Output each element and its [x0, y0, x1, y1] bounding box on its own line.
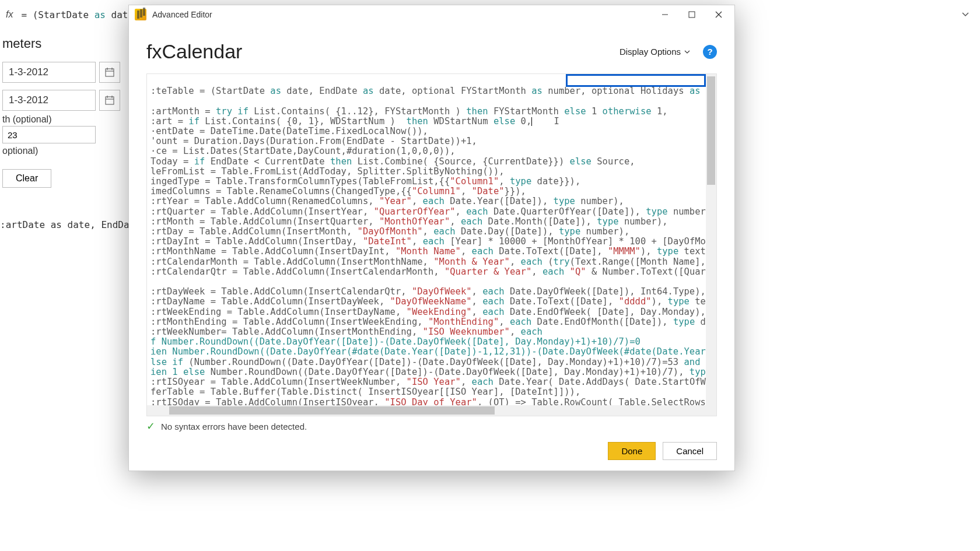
horizontal-scroll-thumb[interactable]: [169, 406, 495, 415]
fx-label: fx: [6, 9, 13, 20]
syntax-status: ✓ No syntax errors have been detected.: [129, 416, 734, 433]
calendar-icon: [105, 96, 114, 105]
display-options-label: Display Options: [620, 47, 681, 57]
svg-rect-0: [106, 69, 114, 76]
formula-bar: fx = (StartDate as date, En: [0, 5, 128, 24]
modal-header: fxCalendar Display Options ?: [129, 24, 734, 66]
chevron-down-icon: [684, 49, 690, 55]
code-editor[interactable]: :teTable = (StartDate as date, EndDate a…: [146, 73, 717, 416]
vertical-scroll-thumb[interactable]: [707, 76, 715, 185]
minimize-icon: [662, 11, 668, 18]
modal-footer: Done Cancel: [129, 434, 734, 471]
modal-title: fxCalendar: [146, 40, 620, 63]
start-date-picker-button[interactable]: [99, 62, 120, 83]
clear-button[interactable]: Clear: [2, 169, 51, 188]
check-icon: ✓: [146, 420, 155, 433]
help-button[interactable]: ?: [703, 45, 717, 59]
done-button[interactable]: Done: [608, 442, 656, 460]
background-panel: fx = (StartDate as date, En meters th (o…: [0, 0, 128, 551]
titlebar-text: Advanced Editor: [152, 10, 652, 19]
display-options-dropdown[interactable]: Display Options: [620, 47, 690, 57]
highlight-annotation: [566, 74, 706, 87]
vertical-scrollbar[interactable]: [706, 74, 716, 416]
maximize-button[interactable]: [678, 5, 705, 24]
optional-label-1: th (optional): [2, 114, 126, 125]
chevron-down-icon: [961, 10, 970, 19]
close-icon: [715, 11, 722, 18]
optional-label-2: optional): [2, 146, 126, 156]
end-date-picker-button[interactable]: [99, 90, 120, 111]
cancel-button[interactable]: Cancel: [663, 442, 717, 460]
formula-bar-expand[interactable]: [957, 6, 974, 23]
modal-titlebar: Advanced Editor: [129, 5, 734, 24]
status-text: No syntax errors have been detected.: [161, 422, 307, 431]
calendar-icon: [105, 68, 114, 77]
svg-rect-4: [106, 97, 114, 104]
close-button[interactable]: [705, 5, 732, 24]
end-date-input[interactable]: [2, 90, 96, 111]
start-date-input[interactable]: [2, 62, 96, 83]
horizontal-scrollbar[interactable]: [147, 405, 706, 416]
svg-rect-9: [689, 12, 695, 17]
advanced-editor-modal: Advanced Editor fxCalendar Display Optio…: [128, 5, 735, 471]
powerbi-logo-icon: [135, 9, 146, 20]
text-cursor: [531, 117, 532, 126]
minimize-button[interactable]: [652, 5, 678, 24]
maximize-icon: [688, 11, 695, 18]
panel-title: meters: [2, 36, 126, 51]
optional-input-1[interactable]: [2, 126, 96, 143]
